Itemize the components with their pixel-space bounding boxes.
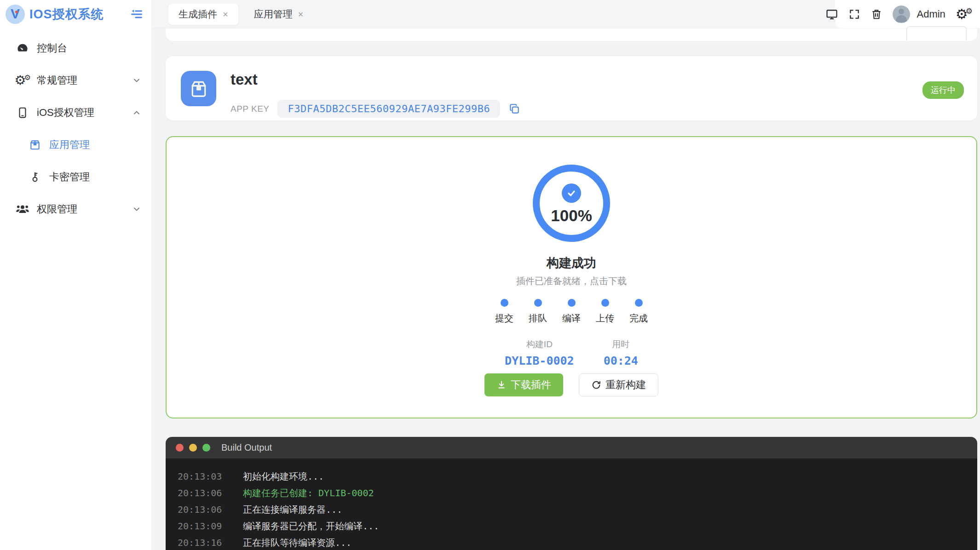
step-dot-icon: [534, 299, 542, 307]
sidebar-item-label: 常规管理: [37, 74, 77, 87]
log-line: 20:13:06构建任务已创建: DYLIB-0002: [178, 487, 965, 499]
log-line: 20:13:16正在排队等待编译资源...: [178, 537, 965, 549]
log-timestamp: 20:13:16: [178, 537, 232, 549]
app-logo-icon: V: [6, 5, 25, 24]
download-icon: [496, 380, 507, 390]
appkey-label: APP KEY: [231, 104, 269, 114]
step-label: 编译: [562, 312, 581, 325]
sidebar-logo-row: V IOS授权系统: [0, 0, 151, 29]
close-icon[interactable]: ×: [298, 10, 304, 19]
step-dot-icon: [601, 299, 609, 307]
page: V IOS授权系统 控制台 ⚙⚙ 常规管理: [0, 0, 980, 550]
log-timestamp: 20:13:06: [178, 487, 232, 499]
sidebar-menu: 控制台 ⚙⚙ 常规管理 iOS授权管理: [0, 29, 151, 222]
user-name: Admin: [917, 8, 945, 20]
step-dot-icon: [635, 299, 643, 307]
sidebar-item-label: 权限管理: [37, 202, 77, 216]
mobile-icon: [16, 106, 29, 119]
gears-icon: ⚙⚙: [16, 74, 29, 87]
tab-app-management[interactable]: 应用管理 ×: [244, 4, 314, 25]
log-timestamp: 20:13:03: [178, 470, 232, 483]
refresh-icon: [591, 380, 601, 390]
step-label: 排队: [529, 312, 547, 325]
users-icon: [16, 203, 29, 216]
build-step: 编译: [555, 299, 588, 325]
step-dot-icon: [568, 299, 576, 307]
trash-icon[interactable]: [870, 8, 882, 21]
build-id-value: DYLIB-0002: [505, 354, 574, 367]
partial-scrolled-button: [906, 26, 967, 41]
download-plugin-button[interactable]: 下载插件: [484, 373, 563, 396]
build-step: 排队: [521, 299, 555, 325]
chevron-down-icon: [132, 205, 141, 214]
log-line: 20:13:09编译服务器已分配，开始编译...: [178, 520, 965, 533]
sidebar-item-dashboard[interactable]: 控制台: [0, 36, 151, 61]
avatar[interactable]: [893, 6, 910, 23]
sidebar-item-label: 应用管理: [49, 138, 90, 152]
dashboard-icon: [16, 42, 29, 55]
close-icon[interactable]: ×: [223, 10, 228, 19]
rebuild-button-label: 重新构建: [605, 378, 646, 392]
brand-title: IOS授权系统: [29, 6, 104, 23]
log-message: 正在排队等待编译资源...: [243, 537, 352, 549]
build-output-terminal: Build Output 20:13:03初始化构建环境...20:13:06构…: [166, 437, 977, 550]
build-status-title: 构建成功: [167, 255, 976, 271]
build-meta: 构建ID DYLIB-0002 用时 00:24: [167, 338, 976, 367]
monitor-icon[interactable]: [825, 8, 838, 21]
build-status-subtitle: 插件已准备就绪，点击下载: [167, 275, 976, 287]
tab-label: 应用管理: [254, 8, 293, 21]
sidebar-item-ios-auth[interactable]: iOS授权管理: [0, 100, 151, 125]
sidebar: V IOS授权系统 控制台 ⚙⚙ 常规管理: [0, 0, 152, 550]
build-step: 上传: [588, 299, 622, 325]
key-icon: [28, 171, 42, 183]
log-timestamp: 20:13:09: [178, 520, 232, 533]
appkey-row: APP KEY F3DFA5DB2C5EE560929AE7A93FE299B6: [231, 100, 520, 118]
app-card: text APP KEY F3DFA5DB2C5EE560929AE7A93FE…: [166, 56, 977, 120]
settings-gear-icon[interactable]: ⚙⚙: [956, 7, 973, 21]
build-step: 完成: [622, 299, 656, 325]
tab-label: 生成插件: [179, 8, 217, 21]
terminal-header: Build Output: [166, 437, 977, 458]
duration-block: 用时 00:24: [604, 338, 638, 367]
terminal-log: 20:13:03初始化构建环境...20:13:06构建任务已创建: DYLIB…: [166, 458, 977, 550]
app-name: text: [231, 71, 258, 88]
rebuild-button[interactable]: 重新构建: [579, 373, 658, 396]
sidebar-item-permissions[interactable]: 权限管理: [0, 197, 151, 222]
appkey-value: F3DFA5DB2C5EE560929AE7A93FE299B6: [277, 100, 500, 118]
sidebar-item-label: 卡密管理: [49, 170, 90, 184]
check-icon: [562, 183, 581, 203]
log-line: 20:13:06正在连接编译服务器...: [178, 504, 965, 516]
traffic-light-green-icon: [202, 444, 210, 452]
terminal-title: Build Output: [221, 442, 272, 453]
traffic-light-red-icon: [176, 444, 184, 452]
tab-generate-plugin[interactable]: 生成插件 ×: [168, 4, 238, 25]
build-step: 提交: [488, 299, 521, 325]
step-label: 提交: [495, 312, 513, 325]
duration-value: 00:24: [604, 354, 638, 367]
traffic-light-yellow-icon: [189, 444, 197, 452]
fullscreen-icon[interactable]: [848, 8, 860, 20]
log-message: 正在连接编译服务器...: [243, 504, 342, 516]
sidebar-item-label: iOS授权管理: [37, 106, 94, 120]
log-timestamp: 20:13:06: [178, 504, 232, 516]
build-actions: 下载插件 重新构建: [167, 373, 976, 396]
status-badge: 运行中: [922, 81, 964, 99]
chevron-down-icon: [132, 76, 141, 85]
log-message: 编译服务器已分配，开始编译...: [243, 520, 379, 533]
build-id-block: 构建ID DYLIB-0002: [505, 338, 574, 367]
duration-label: 用时: [604, 338, 638, 350]
build-id-label: 构建ID: [505, 338, 574, 350]
build-steps: 提交排队编译上传完成: [167, 299, 976, 325]
copy-icon[interactable]: [508, 103, 520, 115]
log-message: 初始化构建环境...: [243, 470, 324, 483]
tab-bar: 生成插件 × 应用管理 ×: [168, 4, 313, 25]
sidebar-item-app-management[interactable]: 应用管理: [0, 132, 151, 157]
sidebar-collapse-icon[interactable]: [130, 8, 143, 21]
log-line: 20:13:03初始化构建环境...: [178, 470, 965, 483]
sidebar-item-cardkey-management[interactable]: 卡密管理: [0, 165, 151, 189]
step-label: 完成: [629, 312, 648, 325]
sidebar-item-general[interactable]: ⚙⚙ 常规管理: [0, 68, 151, 93]
step-dot-icon: [501, 299, 508, 307]
log-message: 构建任务已创建: DYLIB-0002: [243, 487, 374, 499]
package-icon: [28, 139, 42, 151]
